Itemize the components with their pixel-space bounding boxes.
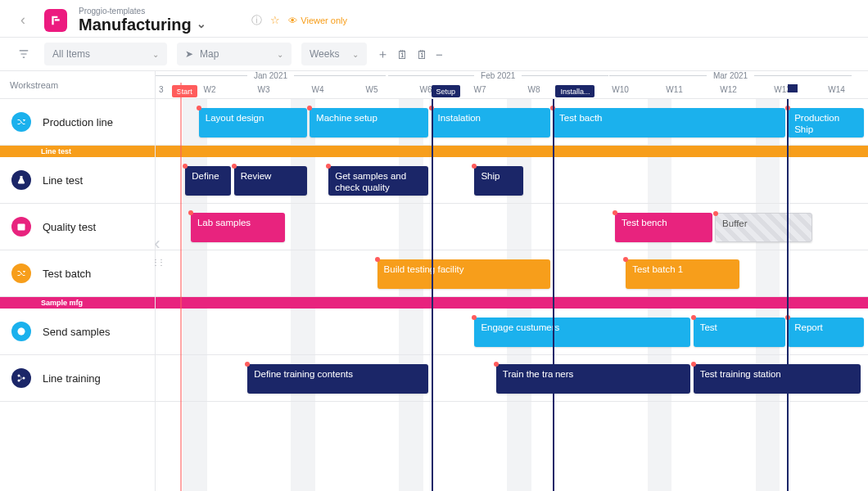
shuffle-icon xyxy=(11,264,31,283)
task-label: Ship xyxy=(481,171,500,181)
task-dot xyxy=(245,362,250,367)
task-dot xyxy=(197,106,201,110)
workstream-row[interactable]: Send samples xyxy=(0,309,155,355)
chevron-down-icon: ⌄ xyxy=(152,50,159,59)
month-label: Feb 2021 xyxy=(474,71,522,80)
workstream-row[interactable]: Test batch xyxy=(0,250,155,297)
breadcrumb: Proggio-templates xyxy=(79,7,206,16)
info-icon[interactable]: ⓘ xyxy=(251,13,262,28)
workstream-row[interactable]: Quality test xyxy=(0,204,155,250)
task-bar[interactable]: Buffer xyxy=(715,213,812,242)
workstream-label: Quality test xyxy=(43,221,96,233)
sidebar: Workstream Production lineLine testLine … xyxy=(0,71,156,491)
task-bar[interactable]: Ship xyxy=(474,166,522,196)
task-bar[interactable]: Production Ship xyxy=(788,108,863,137)
task-dot xyxy=(613,210,617,215)
task-dot xyxy=(691,315,696,320)
task-bar[interactable]: Test bench xyxy=(615,213,712,242)
task-label: Test bench xyxy=(622,218,667,227)
workstream-label: Production line xyxy=(43,116,113,128)
task-dot xyxy=(183,164,188,169)
task-label: Layout design xyxy=(206,113,264,123)
workstream-row[interactable]: Line test xyxy=(0,157,155,204)
remove-icon[interactable]: − xyxy=(436,47,443,61)
task-dot xyxy=(326,164,331,169)
task-label: Test xyxy=(700,322,717,332)
workstream-heading: Workstream xyxy=(0,71,155,99)
shuffle-icon xyxy=(11,112,31,132)
task-bar[interactable]: Layout design xyxy=(199,108,307,137)
group-label: Line test xyxy=(0,146,155,157)
task-dot xyxy=(188,210,193,215)
task-label: Test bacth xyxy=(559,113,602,123)
filter-icon[interactable] xyxy=(13,43,34,65)
month-label: Mar 2021 xyxy=(707,71,754,80)
view-mode-select[interactable]: ➤ Map ⌄ xyxy=(177,43,292,65)
timeline-row: Engage custumersTestReport xyxy=(156,309,868,355)
eye-icon: 👁 xyxy=(288,16,297,25)
task-dot xyxy=(623,257,628,262)
task-label: Define training contents xyxy=(254,369,353,379)
task-bar[interactable]: Engage custumers xyxy=(474,318,690,347)
task-bar[interactable]: Test xyxy=(694,318,785,347)
milestone[interactable]: Installa... xyxy=(555,85,594,97)
task-bar[interactable]: Test training station xyxy=(694,364,861,394)
month-label: Jan 2021 xyxy=(247,71,294,80)
task-bar[interactable]: Instalation xyxy=(432,108,550,137)
calendar-icon[interactable]: 🗓 xyxy=(416,47,428,61)
task-label: Production Ship xyxy=(794,113,839,134)
svg-point-3 xyxy=(18,375,20,377)
title-chevron-icon[interactable]: ⌄ xyxy=(197,18,206,30)
task-bar[interactable]: Define xyxy=(185,166,231,196)
milestone[interactable]: Start xyxy=(172,85,197,97)
branch-icon xyxy=(11,368,31,388)
workstream-label: Line test xyxy=(43,174,83,187)
back-button[interactable]: ‹ xyxy=(13,11,33,30)
chevron-down-icon: ⌄ xyxy=(277,50,283,59)
task-bar[interactable]: Build testing facility xyxy=(377,259,550,289)
timeline-row: Layout designMachine setupInstalationTes… xyxy=(156,99,868,146)
task-label: Test training station xyxy=(700,369,781,379)
task-bar[interactable]: Define training contents xyxy=(247,364,428,394)
star-icon[interactable]: ☆ xyxy=(270,14,280,26)
calendar-icon xyxy=(11,217,31,236)
workstream-row[interactable]: Production line xyxy=(0,99,155,146)
map-icon: ➤ xyxy=(185,48,193,60)
timeline-row: Build testing facilityTest batch 1 xyxy=(156,250,868,297)
milestone[interactable]: Setup xyxy=(432,85,461,97)
add-icon[interactable]: ＋ xyxy=(377,47,389,62)
task-label: Machine setup xyxy=(316,113,377,123)
task-dot xyxy=(375,257,380,262)
task-bar[interactable]: Test bacth xyxy=(553,108,785,137)
task-bar[interactable]: Test batch 1 xyxy=(626,259,739,289)
task-label: Engage custumers xyxy=(481,322,559,332)
task-dot xyxy=(232,164,237,169)
items-filter-select[interactable]: All Items ⌄ xyxy=(44,43,167,65)
task-label: Instalation xyxy=(438,113,481,123)
timescale-select[interactable]: Weeks ⌄ xyxy=(301,43,367,65)
task-dot xyxy=(307,106,312,110)
task-bar[interactable]: Report xyxy=(788,318,863,347)
task-label: Define xyxy=(192,171,219,181)
task-label: Get samples and check quality xyxy=(335,171,406,192)
flask-icon xyxy=(11,170,31,190)
svg-rect-1 xyxy=(18,224,25,231)
task-bar[interactable]: Train the trainers xyxy=(496,364,691,394)
workstream-label: Test batch xyxy=(43,268,91,280)
flag-icon[interactable] xyxy=(788,84,798,92)
task-dot xyxy=(472,315,477,320)
calendar-add-icon[interactable]: 🗓 xyxy=(396,47,409,61)
workstream-row[interactable]: Line training xyxy=(0,355,155,402)
task-label: Test batch 1 xyxy=(632,264,683,274)
task-bar[interactable]: Lab samples xyxy=(191,213,286,242)
task-label: Train the trainers xyxy=(503,369,574,379)
task-bar[interactable]: Get samples and check quality xyxy=(328,166,428,196)
svg-point-4 xyxy=(18,380,20,382)
sidebar-collapse-handle[interactable]: ‹⋮⋮ xyxy=(151,235,163,264)
workstream-label: Send samples xyxy=(43,326,110,338)
timeline-row: Lab samplesTest benchBuffer xyxy=(156,204,868,250)
task-dot xyxy=(472,164,477,169)
task-bar[interactable]: Machine setup xyxy=(310,108,428,137)
timeline[interactable]: Jan 2021Feb 2021Mar 2021 3 W2W3W4W5W6W7W… xyxy=(156,71,868,491)
task-bar[interactable]: Review xyxy=(234,166,307,196)
